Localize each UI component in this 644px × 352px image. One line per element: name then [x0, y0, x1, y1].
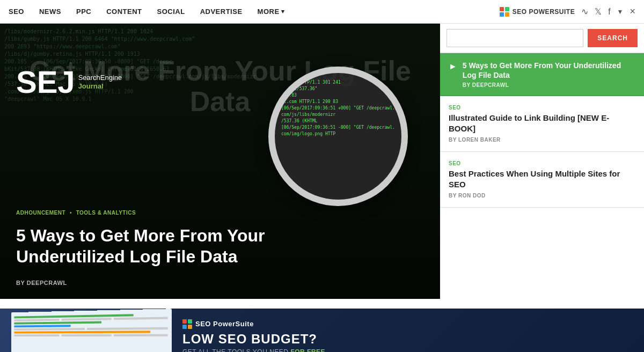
logo-search-engine-text: SearchEngine [78, 74, 122, 82]
nav-right: SEO POWERSUITE ∿ 𝕏 f ▼ × [500, 6, 635, 17]
hero-logo: SEJ SearchEngine Journal [16, 67, 122, 98]
search-bar: SEARCH [440, 24, 644, 53]
logo-right-text: SearchEngine Journal [78, 74, 122, 90]
search-button[interactable]: SEARCH [588, 29, 638, 47]
play-icon: ► [449, 62, 457, 71]
banner-seo-ps-squares-icon [182, 319, 192, 329]
hero-tag-tools[interactable]: TOOLS & ANALYTICS [76, 210, 136, 216]
hero-section: /libs/modernizr-2.6.2.min.js HTTP/1.1 20… [0, 24, 440, 299]
seo-powersuite-logo[interactable]: SEO POWERSUITE [500, 7, 575, 17]
banner-subline-highlight: FOR FREE [290, 348, 325, 352]
right-sidebar: SEARCH ► 5 Ways to Get More From Your Un… [440, 24, 644, 299]
sidebar-article-1[interactable]: SEO Best Practices When Using Multiple S… [440, 152, 644, 208]
sidebar-article-1-byline: BY RON DOD [449, 193, 635, 199]
nav-advertise[interactable]: ADVERTISE [200, 8, 243, 16]
nav-content[interactable]: CONTENT [106, 8, 142, 16]
nav-news[interactable]: NEWS [39, 8, 61, 16]
close-icon[interactable]: × [630, 6, 635, 17]
hero-article-title[interactable]: 5 Ways to Get More From Your Underutiliz… [16, 225, 317, 267]
twitter-icon[interactable]: 𝕏 [595, 6, 602, 17]
featured-article-title: 5 Ways to Get More From Your Underutiliz… [463, 61, 635, 80]
magnifier-graphic: wl.com HTTP/1.1 301 241 Safari/537.36" 2… [268, 67, 408, 206]
banner-logo-row: SEO PowerSuite [182, 319, 633, 329]
more-chevron-icon: ▾ [281, 8, 285, 15]
banner-screenshot-area [0, 309, 172, 352]
nav-ppc[interactable]: PPC [76, 8, 91, 16]
seo-ps-squares-icon [500, 7, 509, 17]
sidebar-article-0-byline: BY LOREN BAKER [449, 137, 635, 143]
facebook-icon[interactable]: f [608, 7, 610, 17]
sidebar-article-0[interactable]: SEO Illustrated Guide to Link Building [… [440, 96, 644, 152]
banner-brand-text: SEO PowerSuite [195, 320, 254, 328]
sidebar-article-0-title: Illustrated Guide to Link Building [NEW … [449, 113, 635, 134]
nav-more[interactable]: MORE ▾ [258, 8, 285, 16]
banner-container: SEO PowerSuite LOW SEO BUDGET? GET ALL T… [0, 299, 644, 352]
hero-tags: ADHOUNCEMENT • TOOLS & ANALYTICS [16, 210, 136, 216]
hero-tag-adhouncement[interactable]: ADHOUNCEMENT [16, 210, 65, 216]
nav-chevron-icon[interactable]: ▼ [617, 8, 624, 16]
sidebar-article-0-category: SEO [449, 105, 635, 111]
logo-sej-letters: SEJ [16, 67, 75, 98]
banner[interactable]: SEO PowerSuite LOW SEO BUDGET? GET ALL T… [0, 309, 644, 352]
magnifier-code-text: wl.com HTTP/1.1 301 241 Safari/537.36" 2… [275, 73, 401, 200]
sidebar-article-1-category: SEO [449, 160, 635, 166]
nav-seo[interactable]: SEO [9, 8, 24, 16]
hero-tag-separator: • [70, 210, 72, 216]
hero-byline: BY DEEPCRAWL [16, 280, 67, 286]
banner-subline: GET ALL THE TOOLS YOU NEED FOR FREE [182, 348, 633, 352]
main-nav: SEO NEWS PPC CONTENT SOCIAL ADVERTISE MO… [0, 0, 644, 24]
mock-dashboard-screenshot [11, 309, 172, 352]
banner-content: SEO PowerSuite LOW SEO BUDGET? GET ALL T… [172, 313, 644, 352]
featured-article-byline: BY DEEPCRAWL [463, 82, 635, 88]
seo-powersuite-text: SEO POWERSUITE [513, 8, 575, 16]
rss-icon[interactable]: ∿ [581, 6, 588, 17]
sidebar-article-1-title: Best Practices When Using Multiple Sites… [449, 168, 635, 189]
banner-headline: LOW SEO BUDGET? [182, 332, 633, 346]
search-input[interactable] [447, 29, 583, 47]
main-layout: /libs/modernizr-2.6.2.min.js HTTP/1.1 20… [0, 24, 644, 299]
featured-article[interactable]: ► 5 Ways to Get More From Your Underutil… [440, 53, 644, 96]
logo-journal-text: Journal [78, 82, 122, 91]
nav-social[interactable]: SOCIAL [157, 8, 185, 16]
nav-links: SEO NEWS PPC CONTENT SOCIAL ADVERTISE MO… [9, 8, 500, 16]
featured-article-content: 5 Ways to Get More From Your Underutiliz… [463, 61, 635, 88]
